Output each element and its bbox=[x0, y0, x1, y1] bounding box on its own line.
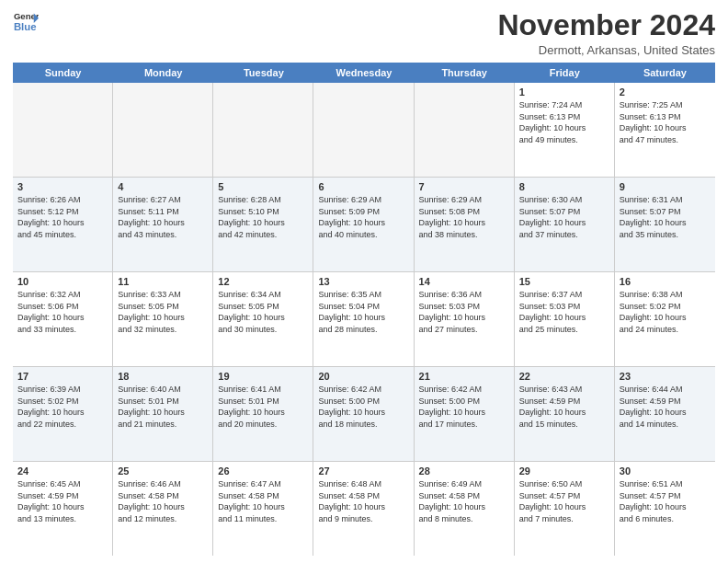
day-info: Sunrise: 6:43 AM Sunset: 4:59 PM Dayligh… bbox=[519, 384, 609, 430]
day-info: Sunrise: 6:29 AM Sunset: 5:08 PM Dayligh… bbox=[419, 194, 509, 240]
header-day-tuesday: Tuesday bbox=[213, 63, 313, 83]
day-info: Sunrise: 6:26 AM Sunset: 5:12 PM Dayligh… bbox=[17, 194, 108, 240]
calendar-cell: 14Sunrise: 6:36 AM Sunset: 5:03 PM Dayli… bbox=[415, 272, 515, 366]
header-day-saturday: Saturday bbox=[615, 63, 715, 83]
header-day-thursday: Thursday bbox=[415, 63, 515, 83]
header-day-sunday: Sunday bbox=[13, 63, 113, 83]
day-info: Sunrise: 6:50 AM Sunset: 4:57 PM Dayligh… bbox=[519, 478, 609, 524]
calendar-body: 1Sunrise: 7:24 AM Sunset: 6:13 PM Daylig… bbox=[13, 83, 715, 556]
calendar-cell bbox=[415, 83, 515, 177]
day-number: 4 bbox=[118, 181, 208, 192]
day-info: Sunrise: 6:51 AM Sunset: 4:57 PM Dayligh… bbox=[620, 478, 711, 524]
logo: GeneralBlue bbox=[13, 9, 39, 35]
calendar-cell: 13Sunrise: 6:35 AM Sunset: 5:04 PM Dayli… bbox=[313, 272, 414, 366]
calendar-cell bbox=[13, 83, 113, 177]
day-number: 12 bbox=[218, 276, 308, 287]
day-info: Sunrise: 6:45 AM Sunset: 4:59 PM Dayligh… bbox=[17, 478, 108, 524]
calendar-cell: 7Sunrise: 6:29 AM Sunset: 5:08 PM Daylig… bbox=[415, 178, 515, 271]
day-number: 25 bbox=[118, 465, 208, 477]
day-info: Sunrise: 6:48 AM Sunset: 4:58 PM Dayligh… bbox=[318, 478, 408, 524]
calendar-cell: 25Sunrise: 6:46 AM Sunset: 4:58 PM Dayli… bbox=[113, 462, 213, 556]
logo-icon: GeneralBlue bbox=[13, 9, 39, 35]
calendar-cell: 8Sunrise: 6:30 AM Sunset: 5:07 PM Daylig… bbox=[515, 178, 615, 271]
day-number: 29 bbox=[519, 465, 609, 477]
day-number: 13 bbox=[318, 276, 408, 287]
calendar-week-5: 24Sunrise: 6:45 AM Sunset: 4:59 PM Dayli… bbox=[13, 462, 715, 556]
day-number: 30 bbox=[620, 465, 711, 477]
calendar-cell bbox=[213, 83, 313, 177]
day-info: Sunrise: 6:40 AM Sunset: 5:01 PM Dayligh… bbox=[118, 384, 208, 430]
calendar-header: SundayMondayTuesdayWednesdayThursdayFrid… bbox=[13, 63, 715, 83]
calendar-cell: 19Sunrise: 6:41 AM Sunset: 5:01 PM Dayli… bbox=[213, 367, 313, 461]
day-number: 21 bbox=[419, 371, 509, 382]
calendar-cell: 2Sunrise: 7:25 AM Sunset: 6:13 PM Daylig… bbox=[615, 83, 715, 177]
day-info: Sunrise: 6:34 AM Sunset: 5:05 PM Dayligh… bbox=[218, 289, 308, 335]
day-number: 2 bbox=[620, 86, 711, 98]
day-number: 19 bbox=[218, 371, 308, 382]
day-number: 9 bbox=[620, 181, 711, 192]
day-info: Sunrise: 6:47 AM Sunset: 4:58 PM Dayligh… bbox=[218, 478, 308, 524]
day-number: 26 bbox=[218, 465, 308, 477]
day-number: 24 bbox=[17, 465, 108, 477]
day-number: 17 bbox=[17, 371, 108, 382]
page: GeneralBlue November 2024 Dermott, Arkan… bbox=[0, 0, 728, 563]
day-info: Sunrise: 6:42 AM Sunset: 5:00 PM Dayligh… bbox=[419, 384, 509, 430]
title-block: November 2024 Dermott, Arkansas, United … bbox=[497, 9, 715, 57]
day-info: Sunrise: 6:31 AM Sunset: 5:07 PM Dayligh… bbox=[620, 194, 711, 240]
calendar-cell: 4Sunrise: 6:27 AM Sunset: 5:11 PM Daylig… bbox=[113, 178, 213, 271]
day-info: Sunrise: 6:41 AM Sunset: 5:01 PM Dayligh… bbox=[218, 384, 308, 430]
day-number: 1 bbox=[519, 86, 609, 98]
day-number: 7 bbox=[419, 181, 509, 192]
day-number: 22 bbox=[519, 371, 609, 382]
day-info: Sunrise: 6:46 AM Sunset: 4:58 PM Dayligh… bbox=[118, 478, 208, 524]
day-info: Sunrise: 6:29 AM Sunset: 5:09 PM Dayligh… bbox=[318, 194, 408, 240]
calendar-cell bbox=[313, 83, 414, 177]
header-day-monday: Monday bbox=[113, 63, 213, 83]
day-info: Sunrise: 6:35 AM Sunset: 5:04 PM Dayligh… bbox=[318, 289, 408, 335]
header: GeneralBlue November 2024 Dermott, Arkan… bbox=[13, 9, 715, 57]
calendar-cell: 30Sunrise: 6:51 AM Sunset: 4:57 PM Dayli… bbox=[615, 462, 715, 556]
day-number: 15 bbox=[519, 276, 609, 287]
day-info: Sunrise: 6:39 AM Sunset: 5:02 PM Dayligh… bbox=[17, 384, 108, 430]
day-number: 11 bbox=[118, 276, 208, 287]
calendar-cell bbox=[113, 83, 213, 177]
calendar-week-1: 1Sunrise: 7:24 AM Sunset: 6:13 PM Daylig… bbox=[13, 83, 715, 178]
day-number: 18 bbox=[118, 371, 208, 382]
calendar-week-2: 3Sunrise: 6:26 AM Sunset: 5:12 PM Daylig… bbox=[13, 178, 715, 272]
calendar-cell: 27Sunrise: 6:48 AM Sunset: 4:58 PM Dayli… bbox=[313, 462, 414, 556]
calendar-cell: 18Sunrise: 6:40 AM Sunset: 5:01 PM Dayli… bbox=[113, 367, 213, 461]
day-number: 5 bbox=[218, 181, 308, 192]
day-info: Sunrise: 6:38 AM Sunset: 5:02 PM Dayligh… bbox=[620, 289, 711, 335]
calendar-cell: 1Sunrise: 7:24 AM Sunset: 6:13 PM Daylig… bbox=[515, 83, 615, 177]
day-info: Sunrise: 6:36 AM Sunset: 5:03 PM Dayligh… bbox=[419, 289, 509, 335]
day-info: Sunrise: 6:33 AM Sunset: 5:05 PM Dayligh… bbox=[118, 289, 208, 335]
calendar-cell: 24Sunrise: 6:45 AM Sunset: 4:59 PM Dayli… bbox=[13, 462, 113, 556]
header-day-friday: Friday bbox=[515, 63, 615, 83]
calendar-cell: 6Sunrise: 6:29 AM Sunset: 5:09 PM Daylig… bbox=[313, 178, 414, 271]
day-number: 14 bbox=[419, 276, 509, 287]
calendar-cell: 3Sunrise: 6:26 AM Sunset: 5:12 PM Daylig… bbox=[13, 178, 113, 271]
day-info: Sunrise: 6:49 AM Sunset: 4:58 PM Dayligh… bbox=[419, 478, 509, 524]
day-info: Sunrise: 6:30 AM Sunset: 5:07 PM Dayligh… bbox=[519, 194, 609, 240]
day-number: 27 bbox=[318, 465, 408, 477]
calendar-week-4: 17Sunrise: 6:39 AM Sunset: 5:02 PM Dayli… bbox=[13, 367, 715, 462]
calendar-cell: 21Sunrise: 6:42 AM Sunset: 5:00 PM Dayli… bbox=[415, 367, 515, 461]
day-number: 16 bbox=[620, 276, 711, 287]
day-number: 28 bbox=[419, 465, 509, 477]
month-title: November 2024 bbox=[497, 9, 715, 41]
calendar-week-3: 10Sunrise: 6:32 AM Sunset: 5:06 PM Dayli… bbox=[13, 272, 715, 367]
day-number: 6 bbox=[318, 181, 408, 192]
calendar-cell: 20Sunrise: 6:42 AM Sunset: 5:00 PM Dayli… bbox=[313, 367, 414, 461]
calendar-cell: 11Sunrise: 6:33 AM Sunset: 5:05 PM Dayli… bbox=[113, 272, 213, 366]
day-info: Sunrise: 6:27 AM Sunset: 5:11 PM Dayligh… bbox=[118, 194, 208, 240]
calendar-cell: 26Sunrise: 6:47 AM Sunset: 4:58 PM Dayli… bbox=[213, 462, 313, 556]
day-info: Sunrise: 6:37 AM Sunset: 5:03 PM Dayligh… bbox=[519, 289, 609, 335]
calendar-cell: 17Sunrise: 6:39 AM Sunset: 5:02 PM Dayli… bbox=[13, 367, 113, 461]
calendar-cell: 22Sunrise: 6:43 AM Sunset: 4:59 PM Dayli… bbox=[515, 367, 615, 461]
day-info: Sunrise: 6:28 AM Sunset: 5:10 PM Dayligh… bbox=[218, 194, 308, 240]
day-info: Sunrise: 6:42 AM Sunset: 5:00 PM Dayligh… bbox=[318, 384, 408, 430]
location: Dermott, Arkansas, United States bbox=[497, 43, 715, 57]
day-info: Sunrise: 6:32 AM Sunset: 5:06 PM Dayligh… bbox=[17, 289, 108, 335]
calendar-cell: 15Sunrise: 6:37 AM Sunset: 5:03 PM Dayli… bbox=[515, 272, 615, 366]
calendar-cell: 12Sunrise: 6:34 AM Sunset: 5:05 PM Dayli… bbox=[213, 272, 313, 366]
